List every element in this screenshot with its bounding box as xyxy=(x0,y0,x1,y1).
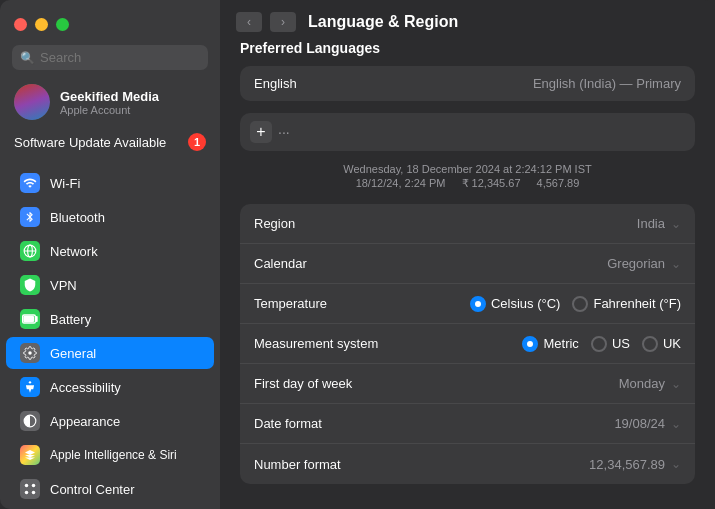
date-info: Wednesday, 18 December 2024 at 2:24:12 P… xyxy=(240,163,695,190)
sidebar-label-control-center: Control Center xyxy=(50,482,135,497)
sidebar-label-accessibility: Accessibility xyxy=(50,380,121,395)
measurement-radio-group: Metric US UK xyxy=(522,336,681,352)
first-day-row: First day of week Monday ⌄ xyxy=(240,364,695,404)
sidebar-label-bluetooth: Bluetooth xyxy=(50,210,105,225)
date-format-chevron-icon: ⌄ xyxy=(671,417,681,431)
calendar-chevron-icon: ⌄ xyxy=(671,257,681,271)
network-icon xyxy=(20,241,40,261)
search-icon: 🔍 xyxy=(20,51,35,65)
sidebar-item-general[interactable]: General xyxy=(6,337,214,369)
number-format-chevron-icon: ⌄ xyxy=(671,457,681,471)
back-icon: ‹ xyxy=(247,15,251,29)
bluetooth-icon xyxy=(20,207,40,227)
user-name: Geekified Media xyxy=(60,89,159,104)
avatar xyxy=(14,84,50,120)
user-section[interactable]: Geekified Media Apple Account xyxy=(0,78,220,128)
svg-point-10 xyxy=(32,484,36,488)
currency-example: ₹ 12,345.67 xyxy=(462,177,521,190)
language-row: English English (India) — Primary xyxy=(240,66,695,101)
search-input[interactable] xyxy=(40,50,200,65)
search-bar[interactable]: 🔍 xyxy=(12,45,208,70)
fahrenheit-label: Fahrenheit (°F) xyxy=(593,296,681,311)
temperature-radio-group: Celsius (°C) Fahrenheit (°F) xyxy=(470,296,681,312)
app-window: 🔍 Geekified Media Apple Account Software… xyxy=(0,0,715,509)
page-title: Language & Region xyxy=(308,13,458,31)
date-format-value[interactable]: 19/08/24 ⌄ xyxy=(614,416,681,431)
sidebar-item-vpn[interactable]: VPN xyxy=(6,269,214,301)
us-label: US xyxy=(612,336,630,351)
region-chevron-icon: ⌄ xyxy=(671,217,681,231)
temperature-celsius-option[interactable]: Celsius (°C) xyxy=(470,296,560,312)
metric-radio[interactable] xyxy=(522,336,538,352)
sidebar-item-bluetooth[interactable]: Bluetooth xyxy=(6,201,214,233)
update-label: Software Update Available xyxy=(14,135,166,150)
number-format-label: Number format xyxy=(254,457,394,472)
celsius-label: Celsius (°C) xyxy=(491,296,560,311)
date-format-label: Date format xyxy=(254,416,394,431)
software-update-row[interactable]: Software Update Available 1 xyxy=(0,128,220,156)
first-day-value[interactable]: Monday ⌄ xyxy=(619,376,681,391)
region-value[interactable]: India ⌄ xyxy=(637,216,681,231)
svg-point-11 xyxy=(25,491,29,495)
date-format-example: 18/12/24, 2:24 PM xyxy=(356,177,446,190)
language-value: English (India) — Primary xyxy=(533,76,681,91)
celsius-radio[interactable] xyxy=(470,296,486,312)
update-badge: 1 xyxy=(188,133,206,151)
content-area: Preferred Languages English English (Ind… xyxy=(220,40,715,509)
language-label: English xyxy=(254,76,297,91)
first-day-chevron-icon: ⌄ xyxy=(671,377,681,391)
sidebar-item-network[interactable]: Network xyxy=(6,235,214,267)
main-content: ‹ › Language & Region Preferred Language… xyxy=(220,0,715,509)
region-dropdown-value: India xyxy=(637,216,665,231)
add-language-button[interactable]: + xyxy=(250,121,272,143)
first-day-label: First day of week xyxy=(254,376,394,391)
svg-rect-5 xyxy=(24,316,33,321)
forward-icon: › xyxy=(281,15,285,29)
sidebar-item-accessibility[interactable]: Accessibility xyxy=(6,371,214,403)
calendar-value[interactable]: Gregorian ⌄ xyxy=(607,256,681,271)
calendar-row: Calendar Gregorian ⌄ xyxy=(240,244,695,284)
traffic-lights xyxy=(0,8,220,39)
uk-radio[interactable] xyxy=(642,336,658,352)
uk-option[interactable]: UK xyxy=(642,336,681,352)
wifi-icon xyxy=(20,173,40,193)
language-card: English English (India) — Primary xyxy=(240,66,695,101)
us-option[interactable]: US xyxy=(591,336,630,352)
metric-option[interactable]: Metric xyxy=(522,336,578,352)
minimize-button[interactable] xyxy=(35,18,48,31)
calendar-dropdown-value: Gregorian xyxy=(607,256,665,271)
date-primary: Wednesday, 18 December 2024 at 2:24:12 P… xyxy=(240,163,695,175)
settings-card: Region India ⌄ Calendar Gregorian ⌄ xyxy=(240,204,695,484)
vpn-icon xyxy=(20,275,40,295)
general-icon xyxy=(20,343,40,363)
sidebar-label-battery: Battery xyxy=(50,312,91,327)
forward-button[interactable]: › xyxy=(270,12,296,32)
svg-point-6 xyxy=(28,351,32,355)
measurement-row: Measurement system Metric US xyxy=(240,324,695,364)
sidebar-item-wifi[interactable]: Wi-Fi xyxy=(6,167,214,199)
sidebar-item-apple-intelligence[interactable]: Apple Intelligence & Siri xyxy=(6,439,214,471)
date-format-row: Date format 19/08/24 ⌄ xyxy=(240,404,695,444)
maximize-button[interactable] xyxy=(56,18,69,31)
temperature-fahrenheit-option[interactable]: Fahrenheit (°F) xyxy=(572,296,681,312)
close-button[interactable] xyxy=(14,18,27,31)
us-radio[interactable] xyxy=(591,336,607,352)
svg-point-12 xyxy=(32,491,36,495)
measurement-label: Measurement system xyxy=(254,336,394,351)
control-center-icon xyxy=(20,479,40,499)
appearance-icon xyxy=(20,411,40,431)
user-account-type: Apple Account xyxy=(60,104,159,116)
sidebar-item-control-center[interactable]: Control Center xyxy=(6,473,214,505)
sidebar-label-general: General xyxy=(50,346,96,361)
number-format-row: Number format 12,34,567.89 ⌄ xyxy=(240,444,695,484)
sidebar-item-battery[interactable]: Battery xyxy=(6,303,214,335)
number-format-value[interactable]: 12,34,567.89 ⌄ xyxy=(589,457,681,472)
sidebar: 🔍 Geekified Media Apple Account Software… xyxy=(0,0,220,509)
sidebar-item-appearance[interactable]: Appearance xyxy=(6,405,214,437)
sidebar-label-network: Network xyxy=(50,244,98,259)
uk-label: UK xyxy=(663,336,681,351)
back-button[interactable]: ‹ xyxy=(236,12,262,32)
calendar-label: Calendar xyxy=(254,256,394,271)
user-info: Geekified Media Apple Account xyxy=(60,89,159,116)
fahrenheit-radio[interactable] xyxy=(572,296,588,312)
